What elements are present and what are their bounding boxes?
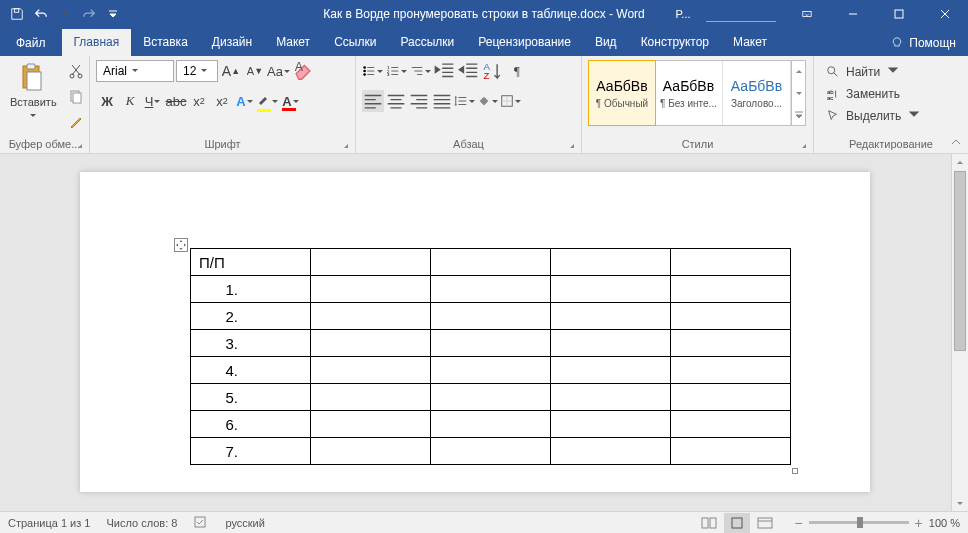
font-name-combo[interactable]: Arial [96,60,174,82]
replace-button[interactable]: abacЗаменить [826,84,921,104]
status-words[interactable]: Число слов: 8 [106,517,177,529]
table-cell[interactable]: 1. [191,276,311,303]
document-table[interactable]: П/П 1. 2. 3. 4. 5. 6. 7. [190,248,791,465]
tab-file[interactable]: Файл [0,30,62,56]
qat-customize-icon[interactable] [102,3,124,25]
tab-table-design[interactable]: Конструктор [629,29,721,56]
tab-design[interactable]: Дизайн [200,29,264,56]
format-painter-button[interactable] [65,112,87,134]
print-layout-icon[interactable] [724,513,750,533]
text-effects-button[interactable]: A [234,90,256,112]
save-icon[interactable] [6,3,28,25]
style-nospacing[interactable]: АаБбВв¶ Без инте... [655,61,723,125]
scrollbar-thumb[interactable] [954,171,966,351]
paste-dropdown-icon[interactable] [29,110,37,122]
italic-button[interactable]: К [119,90,141,112]
select-button[interactable]: Выделить [826,106,921,126]
document-scroll[interactable]: П/П 1. 2. 3. 4. 5. 6. 7. [0,154,951,511]
increase-indent-button[interactable] [458,60,480,82]
copy-button[interactable] [65,86,87,108]
table-cell[interactable]: 7. [191,438,311,465]
undo-dropdown-icon[interactable] [54,3,76,25]
page[interactable]: П/П 1. 2. 3. 4. 5. 6. 7. [80,172,870,492]
table-move-handle-icon[interactable] [174,238,188,252]
collapse-ribbon-icon[interactable] [948,135,964,151]
vertical-scrollbar[interactable] [951,154,968,511]
tab-mailings[interactable]: Рассылки [388,29,466,56]
paragraph-dialog-icon[interactable] [565,139,577,151]
decrease-indent-button[interactable] [434,60,456,82]
table-cell[interactable]: 6. [191,411,311,438]
tab-review[interactable]: Рецензирование [466,29,583,56]
style-normal[interactable]: АаБбВв¶ Обычный [588,60,656,126]
table-cell[interactable]: 2. [191,303,311,330]
font-color-button[interactable]: A [280,90,302,112]
zoom-level[interactable]: 100 % [929,517,960,529]
paste-button[interactable]: Вставить [6,60,61,124]
scroll-down-icon[interactable] [952,494,968,511]
style-heading1[interactable]: АаБбВвЗаголово... [723,61,791,125]
line-spacing-button[interactable] [454,90,476,112]
shrink-font-button[interactable]: A▼ [244,60,266,82]
styles-dialog-icon[interactable] [797,139,809,151]
font-size-combo[interactable]: 12 [176,60,218,82]
read-mode-icon[interactable] [696,513,722,533]
shading-button[interactable] [477,90,499,112]
scroll-up-icon[interactable] [952,154,968,171]
numbering-button[interactable]: 123 [386,60,408,82]
zoom-in-icon[interactable]: + [915,515,923,531]
subscript-button[interactable]: x2 [188,90,210,112]
table-cell[interactable]: 5. [191,384,311,411]
table-resize-handle-icon[interactable] [792,468,798,474]
cut-button[interactable] [65,60,87,82]
font-dialog-icon[interactable] [339,139,351,151]
zoom-slider[interactable] [809,521,909,524]
justify-button[interactable] [431,90,453,112]
highlight-button[interactable] [257,90,279,112]
ribbon-options-icon[interactable] [784,0,830,28]
bullets-button[interactable] [362,60,384,82]
strike-button[interactable]: abc [165,90,187,112]
tab-layout[interactable]: Макет [264,29,322,56]
underline-button[interactable]: Ч [142,90,164,112]
account-name[interactable]: P... [668,0,698,28]
multilevel-button[interactable] [410,60,432,82]
style-expand-icon[interactable] [792,104,805,125]
borders-button[interactable] [500,90,522,112]
style-scroll-down-icon[interactable] [792,82,805,103]
sort-button[interactable]: AZ [482,60,504,82]
style-scroll-up-icon[interactable] [792,61,805,82]
styles-gallery[interactable]: АаБбВв¶ Обычный АаБбВв¶ Без инте... АаБб… [588,60,806,126]
show-marks-button[interactable]: ¶ [506,60,528,82]
tell-me[interactable]: Помощн [879,36,968,56]
close-icon[interactable] [922,0,968,28]
tab-insert[interactable]: Вставка [131,29,200,56]
tab-references[interactable]: Ссылки [322,29,388,56]
table-cell[interactable]: 3. [191,330,311,357]
tab-view[interactable]: Вид [583,29,629,56]
maximize-icon[interactable] [876,0,922,28]
redo-icon[interactable] [78,3,100,25]
status-proofing-icon[interactable] [193,514,209,532]
change-case-button[interactable]: Aa [268,60,290,82]
undo-icon[interactable] [30,3,52,25]
status-language[interactable]: русский [225,517,264,529]
table-cell[interactable]: 4. [191,357,311,384]
align-right-button[interactable] [408,90,430,112]
superscript-button[interactable]: x2 [211,90,233,112]
web-layout-icon[interactable] [752,513,778,533]
clear-format-button[interactable]: A [292,60,314,82]
zoom-out-icon[interactable]: − [794,515,802,531]
status-page[interactable]: Страница 1 из 1 [8,517,90,529]
bold-button[interactable]: Ж [96,90,118,112]
align-center-button[interactable] [385,90,407,112]
tab-home[interactable]: Главная [62,29,132,56]
align-left-button[interactable] [362,90,384,112]
find-button[interactable]: Найти [826,62,921,82]
clipboard-dialog-icon[interactable] [73,139,85,151]
minimize-icon[interactable] [830,0,876,28]
zoom-thumb[interactable] [857,517,863,528]
table-header-cell[interactable]: П/П [191,249,311,276]
grow-font-button[interactable]: A▲ [220,60,242,82]
tab-table-layout[interactable]: Макет [721,29,779,56]
